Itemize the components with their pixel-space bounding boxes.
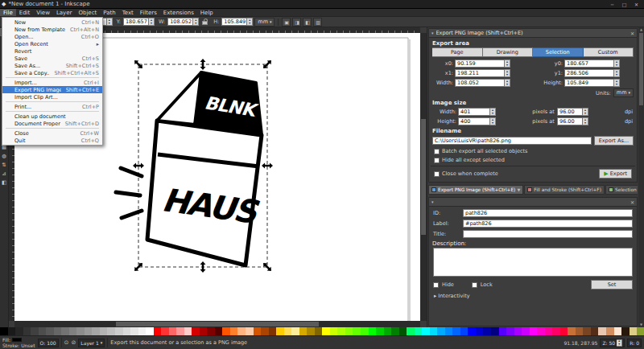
menu-item[interactable]: Extensions <box>160 9 197 16</box>
vscroll-thumb[interactable] <box>421 119 426 234</box>
x-spinner[interactable]: ▴▾ <box>107 18 113 26</box>
palette-swatch[interactable] <box>583 327 591 335</box>
palette-swatch[interactable] <box>261 327 269 335</box>
collapse-icon[interactable]: ▾ <box>431 199 434 204</box>
file-menu-item[interactable]: Save Ctrl+S <box>2 55 102 62</box>
palette-swatch[interactable] <box>69 327 77 335</box>
y-field[interactable]: 180.657▴▾ <box>123 18 155 26</box>
palette-swatch[interactable] <box>200 327 208 335</box>
export-panel-header[interactable]: ▾ Export PNG Image (Shift+Ctrl+E) ✕ <box>429 29 637 38</box>
id-input[interactable]: path826 <box>463 209 633 217</box>
export-area-button[interactable]: Drawing <box>483 47 534 57</box>
palette-swatch[interactable] <box>422 327 430 335</box>
palette-swatch[interactable] <box>307 327 315 335</box>
palette-swatch[interactable] <box>146 327 154 335</box>
hide-checkbox[interactable] <box>433 282 439 288</box>
img-height-spinner[interactable]: ▴▾ <box>490 117 496 125</box>
file-menu-item[interactable]: New Ctrl+N <box>2 18 102 26</box>
file-menu-item[interactable]: Import... Ctrl+I <box>2 79 102 86</box>
palette-swatch[interactable] <box>0 327 8 335</box>
palette-swatch[interactable] <box>39 327 47 335</box>
scale-handle-nw[interactable] <box>133 59 145 71</box>
palette-swatch[interactable] <box>576 327 584 335</box>
y1-spinner[interactable]: ▴▾ <box>614 69 620 77</box>
maximize-button[interactable]: □ <box>618 0 630 9</box>
minimize-button[interactable]: ─ <box>606 0 618 9</box>
palette-swatch[interactable] <box>276 327 284 335</box>
img-width-field[interactable]: 401▴▾ <box>458 108 530 116</box>
palette-swatch[interactable] <box>399 327 407 335</box>
toolbar-icon[interactable]: ▣ <box>282 18 291 27</box>
palette-swatch[interactable] <box>630 327 638 335</box>
close-panel-icon[interactable]: ✕ <box>630 31 634 36</box>
palette-swatch[interactable] <box>222 327 230 335</box>
palette-swatch[interactable] <box>476 327 484 335</box>
palette-swatch[interactable] <box>483 327 491 335</box>
file-menu-item[interactable]: Print... Ctrl+P <box>2 103 102 110</box>
palette-swatch[interactable] <box>506 327 514 335</box>
menu-item[interactable]: View <box>33 9 53 16</box>
batch-export-checkbox[interactable] <box>434 149 440 154</box>
zoom-field[interactable]: Z:50▴▾ <box>600 339 625 347</box>
x1-spinner[interactable]: ▴▾ <box>505 69 510 77</box>
interactivity-expander[interactable]: ▸ Interactivity <box>434 293 632 299</box>
file-menu-item[interactable]: Quit Ctrl+Q <box>2 137 102 144</box>
palette-swatch[interactable] <box>452 327 460 335</box>
dpi-height-field[interactable]: 96.00▴▾ <box>557 117 622 125</box>
scroll-up-icon[interactable]: ▲ <box>640 27 642 32</box>
palette-swatch[interactable] <box>76 327 85 335</box>
palette-swatch[interactable] <box>115 327 123 335</box>
tool-button[interactable]: ⇅ <box>0 161 8 169</box>
lock-checkbox[interactable] <box>472 282 477 288</box>
toolbar-icon[interactable]: ◧ <box>303 18 312 27</box>
palette-swatch[interactable] <box>92 327 100 335</box>
export-area-button[interactable]: Custom <box>584 47 634 57</box>
palette-swatch[interactable] <box>138 327 147 335</box>
palette-swatch[interactable] <box>23 327 31 335</box>
tool-button[interactable]: ◧ <box>0 179 8 187</box>
palette-swatch[interactable] <box>169 327 177 335</box>
height-field[interactable]: 105.849▴▾ <box>564 79 634 87</box>
palette-swatch[interactable] <box>176 327 184 335</box>
dock-scroll-thumb[interactable] <box>639 33 643 105</box>
palette-swatch[interactable] <box>591 327 599 335</box>
tool-button[interactable]: ⊿ <box>0 170 8 178</box>
palette-swatch[interactable] <box>391 327 399 335</box>
layer-visibility-icon[interactable]: ⊙ <box>64 339 69 346</box>
dialog-tab[interactable]: Export PNG Image (Shift+Ctrl+E) ▼ <box>428 185 523 195</box>
palette-swatch[interactable] <box>430 327 438 335</box>
menu-item[interactable]: Filters <box>137 9 160 16</box>
palette-swatch[interactable] <box>284 327 292 335</box>
file-menu-item[interactable]: Export PNG Image... Shift+Ctrl+E <box>2 86 102 93</box>
palette-swatch[interactable] <box>407 327 415 335</box>
object-properties-header[interactable]: ▾ ✕ <box>429 198 637 207</box>
file-menu-item[interactable]: Document Properties... Shift+Ctrl+D <box>2 120 102 127</box>
palette-swatch[interactable] <box>415 327 423 335</box>
palette-swatch[interactable] <box>207 327 215 335</box>
palette-swatch[interactable] <box>353 327 361 335</box>
scale-handle-s[interactable] <box>200 261 206 273</box>
file-menu-item[interactable]: Import Clip Art... <box>2 93 102 101</box>
menu-item[interactable]: Text <box>119 9 137 16</box>
collapse-icon[interactable]: ▾ <box>431 31 434 35</box>
palette-swatch[interactable] <box>537 327 545 335</box>
palette-swatch[interactable] <box>230 327 238 335</box>
dpi-height-spinner[interactable]: ▴▾ <box>583 117 588 125</box>
palette-swatch[interactable] <box>384 327 392 335</box>
palette-swatch[interactable] <box>100 327 108 335</box>
palette-swatch[interactable] <box>552 327 560 335</box>
y-spinner[interactable]: ▴▾ <box>149 18 155 26</box>
palette-swatch[interactable] <box>468 327 476 335</box>
menu-item[interactable]: Edit <box>16 9 34 16</box>
layer-dropdown[interactable]: Layer 1▾ <box>78 339 105 347</box>
palette-swatch[interactable] <box>330 327 338 335</box>
style-indicator[interactable]: Fill: Stroke:Unset <box>2 337 35 348</box>
img-height-field[interactable]: 400▴▾ <box>458 117 530 125</box>
palette-swatch[interactable] <box>61 327 69 335</box>
file-menu-item[interactable]: Close Ctrl+W <box>2 129 102 137</box>
palette-swatch[interactable] <box>499 327 507 335</box>
y0-spinner[interactable]: ▴▾ <box>614 60 620 68</box>
palette-swatch[interactable] <box>54 327 62 335</box>
file-menu-item[interactable]: Save a Copy... Shift+Ctrl+Alt+S <box>2 69 102 76</box>
palette-swatch[interactable] <box>161 327 169 335</box>
